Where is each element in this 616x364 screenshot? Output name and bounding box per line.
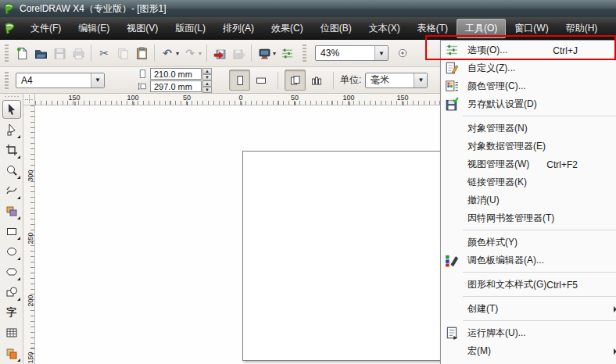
paper-type-combo[interactable]: A4 ▼ xyxy=(16,73,105,88)
menu-item-object-manager[interactable]: 对象管理器(N) xyxy=(441,120,616,137)
menubar-item-bitmaps[interactable]: 位图(B) xyxy=(312,19,360,38)
menu-item-palette-editor[interactable]: 调色板编辑器(A)... xyxy=(441,252,616,269)
application-launcher-button[interactable] xyxy=(255,44,274,62)
crop-tool[interactable] xyxy=(2,141,21,159)
zoom-level-combo[interactable]: 43% ▼ xyxy=(315,45,389,61)
menu-item-internet-bookmark-manager[interactable]: 因特网书签管理器(T) xyxy=(441,209,616,227)
toolbox: 字 xyxy=(0,94,23,364)
document-page[interactable] xyxy=(242,151,440,361)
zoom-level-value: 43% xyxy=(316,48,339,59)
menu-item-label: 自定义(Z)... xyxy=(467,62,515,75)
ruler-origin[interactable] xyxy=(23,94,35,105)
paper-height-field[interactable]: 297.0 mm xyxy=(150,80,202,92)
interactive-fill-tool[interactable] xyxy=(2,344,21,362)
menu-item-run-script[interactable]: 运行脚本(U)... xyxy=(441,324,616,342)
crop-tool-icon xyxy=(5,144,18,156)
coreldraw-app-icon xyxy=(3,3,15,15)
menu-item-options[interactable]: 选项(O)... Ctrl+J xyxy=(441,41,616,59)
menu-item-link-manager[interactable]: 链接管理器(K) xyxy=(441,173,616,191)
menu-item-shortcut: Ctrl+F2 xyxy=(546,159,578,170)
welcome-screen-button[interactable] xyxy=(278,44,296,62)
text-tool[interactable]: 字 xyxy=(2,303,21,322)
menu-item-macros[interactable]: 宏(M) xyxy=(441,342,616,360)
zoom-tool[interactable] xyxy=(2,161,21,180)
menubar-item-view[interactable]: 视图(V) xyxy=(118,19,167,38)
zoom-combo-arrow[interactable]: ▼ xyxy=(374,46,388,60)
cut-button[interactable]: ✂ xyxy=(95,44,113,62)
document-icon xyxy=(4,23,16,34)
menu-item-undo-docker[interactable]: 撤消(U) xyxy=(441,191,616,209)
launcher-dropdown-arrow[interactable]: ▾ xyxy=(273,50,276,57)
polygon-tool-icon xyxy=(5,266,18,278)
menubar-item-tools[interactable]: 工具(O) xyxy=(457,19,506,38)
open-button[interactable] xyxy=(31,44,50,62)
new-document-button[interactable] xyxy=(13,44,31,62)
menubar-item-window[interactable]: 窗口(W) xyxy=(506,19,557,38)
toolbar-drag-handle[interactable] xyxy=(5,45,9,62)
paste-button[interactable] xyxy=(132,44,151,62)
all-pages-button[interactable] xyxy=(285,70,306,91)
polygon-tool[interactable] xyxy=(2,262,21,281)
vertical-ruler[interactable]: 300 250 200 150 xyxy=(23,105,35,364)
menu-item-save-defaults[interactable]: 另存默认设置(D) xyxy=(441,95,616,113)
landscape-button[interactable] xyxy=(250,70,271,91)
menu-item-object-data-manager[interactable]: 对象数据管理器(E) xyxy=(441,137,616,155)
paper-width-field[interactable]: 210.0 mm xyxy=(150,68,202,80)
menu-item-label: 链接管理器(K) xyxy=(467,176,527,189)
horizontal-ruler[interactable]: 150 100 50 0 50 100 150 xyxy=(35,94,440,105)
smart-fill-tool[interactable] xyxy=(2,202,21,220)
paper-height-spinner[interactable]: ▲▼ xyxy=(202,80,212,92)
units-combo[interactable]: 毫米 ▼ xyxy=(365,73,428,88)
menu-item-shortcut: Ctrl+J xyxy=(553,45,578,56)
menu-separator xyxy=(463,320,616,321)
menubar-item-arrange[interactable]: 排列(A) xyxy=(214,19,263,38)
menu-item-view-manager[interactable]: 视图管理器(W) Ctrl+F2 xyxy=(441,155,616,173)
flyout-arrow xyxy=(17,359,20,362)
vruler-label: 300 xyxy=(27,170,34,181)
import-button[interactable] xyxy=(210,44,229,62)
menu-item-create[interactable]: 创建(T) xyxy=(441,300,616,318)
table-tool[interactable] xyxy=(2,323,21,342)
paper-type-combo-arrow[interactable]: ▼ xyxy=(91,73,104,87)
undo-button[interactable]: ↶ xyxy=(158,44,177,62)
basic-shapes-tool[interactable] xyxy=(2,283,21,302)
import-icon xyxy=(213,47,227,60)
zoom-options-button[interactable] xyxy=(393,44,412,62)
menu-item-customize[interactable]: 自定义(Z)... xyxy=(441,59,616,77)
menu-item-graphic-text-styles[interactable]: 图形和文本样式(G) Ctrl+F5 xyxy=(441,276,616,294)
flyout-arrow xyxy=(17,257,20,260)
toolbox-drag-handle[interactable] xyxy=(5,96,19,97)
menubar-item-layout[interactable]: 版面(L) xyxy=(167,19,214,38)
units-combo-arrow[interactable]: ▼ xyxy=(414,73,427,87)
drawing-canvas[interactable] xyxy=(35,105,440,364)
menubar-item-text[interactable]: 文本(X) xyxy=(360,19,409,38)
toolbar-separator xyxy=(91,45,91,62)
menubar-item-file[interactable]: 文件(F) xyxy=(22,19,70,38)
page-layout-button[interactable] xyxy=(306,70,327,91)
paper-height-icon xyxy=(138,81,148,91)
freehand-tool-icon xyxy=(5,184,18,197)
freehand-tool[interactable] xyxy=(2,181,21,200)
toolbar-drag-handle[interactable] xyxy=(303,45,306,62)
undo-dropdown-arrow[interactable]: ▾ xyxy=(176,50,179,57)
ellipse-tool[interactable] xyxy=(2,242,21,261)
ruler-origin-icon xyxy=(25,95,34,104)
pick-tool[interactable] xyxy=(2,100,21,119)
flyout-arrow xyxy=(17,298,20,301)
vruler-label: 200 xyxy=(27,294,34,306)
menubar-item-effects[interactable]: 效果(C) xyxy=(263,19,312,38)
menubar-item-help[interactable]: 帮助(H) xyxy=(557,19,607,38)
paper-width-spinner[interactable]: ▲▼ xyxy=(202,68,212,80)
landscape-icon xyxy=(255,74,267,87)
shape-tool[interactable] xyxy=(2,120,21,139)
all-pages-icon xyxy=(289,74,302,87)
rectangle-tool[interactable] xyxy=(2,222,21,241)
menu-item-label: 另存默认设置(D) xyxy=(467,98,537,111)
menubar-item-table[interactable]: 表格(T) xyxy=(409,19,457,38)
propbar-drag-handle[interactable] xyxy=(5,72,9,89)
portrait-button[interactable] xyxy=(229,70,250,91)
menu-item-color-management[interactable]: 颜色管理(C)... xyxy=(441,77,616,95)
menu-item-color-styles[interactable]: 颜色样式(Y) xyxy=(441,234,616,252)
menubar-item-edit[interactable]: 编辑(E) xyxy=(70,19,118,38)
paper-size-fields: 210.0 mm ▲▼ 297.0 mm ▲▼ xyxy=(138,68,212,92)
